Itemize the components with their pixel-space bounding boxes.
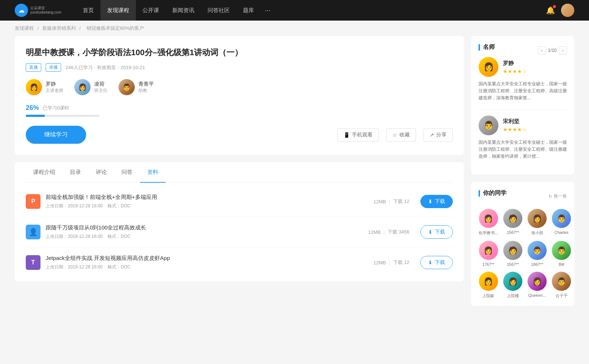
classmate-2: 🧑 1567** [503, 209, 522, 236]
header: ☁ 云朵课堂 yunduoketang.com 首页 发现课程 公开课 新闻资讯… [0, 0, 589, 21]
next-page-button[interactable]: › [559, 46, 567, 54]
refresh-button[interactable]: ↻ 换一换 [549, 193, 567, 199]
tabs-card: 课程介绍 目录 评论 问答 资料 P 前端全栈加强版！前端全栈+全周期+多端应用… [15, 162, 464, 281]
nav-discover[interactable]: 发现课程 [100, 0, 136, 21]
tab-toc[interactable]: 目录 [63, 162, 88, 182]
course-meta-text: 246人已学习 · 有效期至：2019-10-21 [66, 64, 145, 71]
mobile-icon: 📱 [343, 132, 350, 138]
collect-button[interactable]: ☆ 收藏 [386, 128, 416, 142]
progress-percent: 26% [26, 104, 39, 112]
page-indicator: 1/10 [548, 48, 557, 53]
resource-icon-2: 👤 [26, 225, 40, 239]
teacher-1: 👩 罗静 主讲老师 [26, 79, 63, 95]
classmate-12-avatar[interactable]: 👨 [552, 272, 571, 291]
classmate-8: 👨 Bill [552, 241, 571, 267]
classmate-4-avatar[interactable]: 👨 [552, 209, 571, 228]
nav-more[interactable]: ··· [261, 0, 275, 21]
mobile-view-button[interactable]: 📱 手机观看 [337, 128, 379, 142]
classmate-7-avatar[interactable]: 👨 [528, 241, 547, 260]
prev-page-button[interactable]: ‹ [538, 46, 546, 54]
resource-name-2: 跟随千万级项目从0到100全过程高效成长 [46, 224, 357, 231]
classmates-header: 你的同学 ↻ 换一换 [479, 189, 567, 203]
classmate-3: 👩 张小田 [528, 209, 547, 236]
nav-open[interactable]: 公开课 [136, 0, 166, 21]
user-avatar[interactable] [561, 4, 574, 17]
share-button[interactable]: ↗ 分享 [423, 128, 453, 142]
breadcrumb: 发现课程 / 新媒体营销系列 / 销冠修炼术搞定80%的客户 [0, 21, 589, 36]
progress-section: 26% 已学习0课时 [26, 104, 453, 117]
classmate-10: 👩 上院楼 [503, 272, 522, 299]
teacher-1-name: 罗静 [46, 81, 63, 88]
classmate-11: 👩 Queeen... [528, 272, 547, 299]
classmate-6-avatar[interactable]: 🧑 [503, 241, 522, 260]
sidebar-teacher-2-avatar: 👨 [479, 115, 498, 135]
resource-name-1: 前端全栈加强版！前端全栈+全周期+多端应用 [46, 194, 363, 201]
teacher-3: 👨 青青平 助教 [119, 79, 154, 95]
tab-resources[interactable]: 资料 [140, 162, 166, 182]
teacher-3-avatar: 👨 [119, 79, 135, 95]
collect-label: 收藏 [399, 132, 410, 138]
sidebar-teacher-2-stars: ★★★★☆ [503, 126, 527, 132]
continue-button[interactable]: 继续学习 [26, 126, 86, 144]
course-card: 明星中教授课，小学阶段语法100分–强化级第1讲动词（一） 直播 录播 246人… [15, 36, 464, 155]
download-button-1[interactable]: ⬇ 下载 [420, 195, 453, 208]
classmates-title: 你的同学 [479, 189, 507, 197]
famous-teachers-title-row: 名师 ‹ 1/10 › [479, 43, 567, 57]
nav-home[interactable]: 首页 [76, 0, 100, 21]
classmate-3-avatar[interactable]: 👩 [528, 209, 547, 228]
sidebar-teacher-2-desc: 国内某重点大学安全工程专业硕士，国家一级注册消防工程师、注册安全工程师、级注册建… [479, 139, 567, 160]
classmate-9: 👩 上院龄 [479, 272, 498, 299]
sidebar-teacher-1-desc: 国内某重点大学安全工程专业硕士，国家一级注册消防工程师、注册安全工程师、高级注册… [479, 81, 567, 102]
classmate-11-avatar[interactable]: 👩 [528, 272, 547, 291]
classmate-2-avatar[interactable]: 🧑 [503, 209, 522, 228]
tab-intro[interactable]: 课程介绍 [26, 162, 63, 182]
download-button-2[interactable]: ⬇ 下载 [420, 225, 453, 239]
sidebar-teacher-1-avatar: 👩 [479, 57, 498, 77]
tab-qa[interactable]: 问答 [114, 162, 140, 182]
classmate-5: 👩 1767** [479, 241, 498, 267]
breadcrumb-link-2[interactable]: 新媒体营销系列 [42, 25, 76, 31]
nav-news[interactable]: 新闻资讯 [166, 0, 201, 21]
badge-record: 录播 [46, 63, 61, 72]
share-icon: ↗ [430, 132, 434, 138]
breadcrumb-sep-1: / [38, 25, 40, 31]
breadcrumb-link-1[interactable]: 发现课程 [15, 25, 34, 31]
teacher-3-name: 青青平 [138, 81, 154, 88]
teacher-1-info: 罗静 主讲老师 [46, 81, 63, 94]
sidebar-teacher-1-header: 👩 罗静 ★★★★☆ [479, 57, 567, 77]
download-label-2: 下载 [435, 229, 445, 235]
classmate-7-name: 1867** [528, 262, 547, 267]
classmate-1-avatar[interactable]: 👩 [479, 209, 498, 228]
resource-icon-1: P [26, 194, 40, 209]
sidebar-teacher-1: 👩 罗静 ★★★★☆ 国内某重点大学安全工程专业硕士，国家一级注册消防工程师、注… [479, 57, 567, 102]
resource-name-3: Jetpack全组件实战 开发短视频应用高仿皮皮虾App [46, 255, 363, 262]
nav-quiz[interactable]: 题库 [236, 0, 261, 21]
teacher-2-role: 班主任 [94, 88, 107, 94]
classmate-8-avatar[interactable]: 👨 [552, 241, 571, 260]
course-meta: 直播 录播 246人已学习 · 有效期至：2019-10-21 [26, 63, 453, 72]
logo[interactable]: ☁ 云朵课堂 yunduoketang.com [15, 4, 61, 17]
classmate-2-name: 1567** [503, 230, 522, 235]
course-title: 明星中教授课，小学阶段语法100分–强化级第1讲动词（一） [26, 47, 453, 58]
sidebar-nav: ‹ 1/10 › [538, 46, 567, 54]
nav-qa[interactable]: 问答社区 [201, 0, 236, 21]
classmate-12: 👨 云子千 [552, 272, 571, 299]
bell-icon[interactable]: 🔔 [546, 6, 555, 15]
resource-list: P 前端全栈加强版！前端全栈+全周期+多端应用 上传日期：2019-12-28 … [26, 183, 453, 281]
classmate-9-avatar[interactable]: 👩 [479, 272, 498, 291]
download-button-3[interactable]: ⬇ 下载 [420, 256, 453, 269]
tab-review[interactable]: 评论 [88, 162, 114, 182]
teacher-2-info: 凌荷 班主任 [94, 81, 107, 94]
classmate-5-avatar[interactable]: 👩 [479, 241, 498, 260]
classmates-card: 你的同学 ↻ 换一换 👩 化学教书... 🧑 1567** 👩 张小田 [471, 182, 574, 306]
classmate-11-name: Queeen... [528, 293, 547, 297]
classmates-grid: 👩 化学教书... 🧑 1567** 👩 张小田 👨 Charles 👩 [479, 209, 567, 299]
content-left: 明星中教授课，小学阶段语法100分–强化级第1讲动词（一） 直播 录播 246人… [15, 36, 464, 313]
progress-bar-bg [26, 115, 99, 117]
classmate-10-avatar[interactable]: 👩 [503, 272, 522, 291]
main-layout: 明星中教授课，小学阶段语法100分–强化级第1讲动词（一） 直播 录播 246人… [0, 36, 589, 328]
classmate-10-name: 上院楼 [503, 293, 522, 299]
action-row: 继续学习 📱 手机观看 ☆ 收藏 ↗ 分享 [26, 126, 453, 144]
logo-text: 云朵课堂 yunduoketang.com [30, 6, 61, 15]
teacher-2-name: 凌荷 [94, 81, 107, 88]
